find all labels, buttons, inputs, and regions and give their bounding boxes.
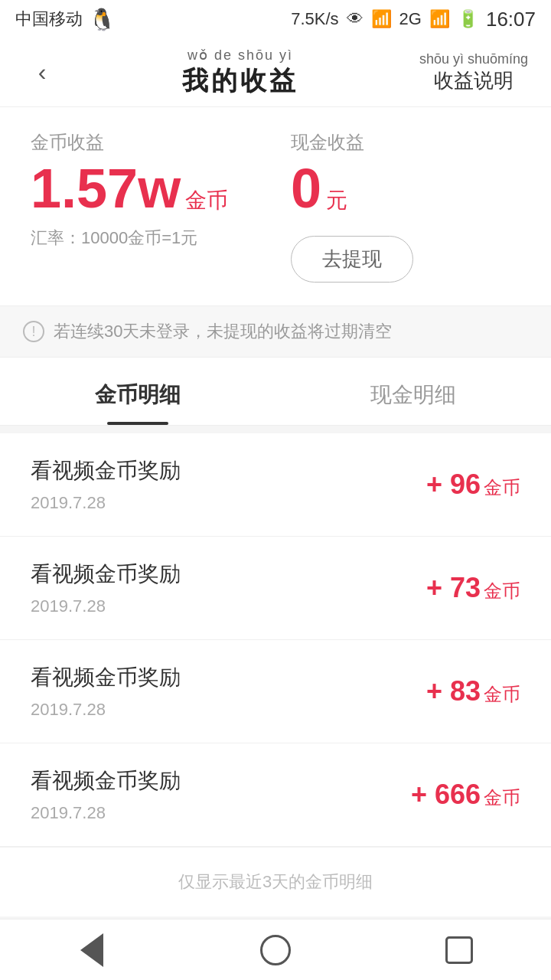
tab-coin-label: 金币明细	[95, 383, 181, 407]
footer-note-text: 仅显示最近3天的金币明细	[178, 872, 373, 891]
tab-bar: 金币明细 现金明细	[0, 358, 551, 426]
withdraw-button[interactable]: 去提现	[291, 236, 413, 283]
table-row: 看视频金币奖励 2019.7.28 + 83 金币	[0, 640, 551, 743]
nav-home-button[interactable]	[253, 927, 298, 973]
coin-unit: 金币	[185, 186, 228, 215]
coin-amount-row: 1.57w 金币	[31, 161, 228, 216]
coin-income-col: 金币收益 1.57w 金币 汇率：10000金币=1元	[31, 130, 260, 250]
tab-cash-detail[interactable]: 现金明细	[276, 358, 551, 425]
coin-income-label: 金币收益	[31, 130, 104, 155]
nav-title: wǒ de shōu yì 我的收益	[182, 47, 298, 99]
tx-unit-3: 金币	[484, 786, 520, 810]
tx-title-0: 看视频金币奖励	[31, 456, 181, 485]
battery-icon: 🔋	[458, 9, 478, 29]
summary-section: 金币收益 1.57w 金币 汇率：10000金币=1元 现金收益 0 元 去提现	[0, 107, 551, 305]
nav-right-button[interactable]: shōu yì shuōmíng 收益说明	[419, 51, 528, 94]
nav-recent-icon	[445, 936, 473, 964]
eye-icon: 👁	[347, 9, 364, 29]
cash-income-col: 现金收益 0 元 去提现	[260, 130, 520, 283]
tx-title-1: 看视频金币奖励	[31, 560, 181, 589]
tx-left-0: 看视频金币奖励 2019.7.28	[31, 456, 181, 513]
tx-unit-0: 金币	[484, 475, 520, 500]
tx-amount-0: + 96 金币	[426, 469, 520, 501]
nav-back-button[interactable]	[69, 927, 115, 973]
tx-value-3: + 666	[411, 779, 481, 811]
nav-right-pinyin: shōu yì shuōmíng	[419, 51, 528, 67]
status-right: 7.5K/s 👁 📶 2G 📶 🔋 16:07	[291, 8, 536, 31]
tx-date-1: 2019.7.28	[31, 596, 181, 616]
table-row: 看视频金币奖励 2019.7.28 + 73 金币	[0, 537, 551, 640]
nav-title-pinyin: wǒ de shōu yì	[187, 47, 293, 64]
tx-unit-2: 金币	[484, 682, 520, 707]
wifi-icon: 📶	[371, 9, 392, 29]
nav-back-icon	[80, 933, 103, 967]
tab-cash-label: 现金明细	[370, 383, 456, 407]
back-button[interactable]: ‹	[23, 54, 61, 92]
cash-amount-row: 0 元	[291, 161, 347, 216]
signal-26: 2G	[399, 9, 422, 29]
cash-income-label: 现金收益	[291, 130, 364, 155]
tx-amount-2: + 83 金币	[426, 675, 520, 707]
nav-home-icon	[260, 935, 291, 965]
table-row: 看视频金币奖励 2019.7.28 + 96 金币	[0, 433, 551, 537]
status-carrier: 中国移动 🐧	[15, 7, 116, 32]
qq-icon: 🐧	[89, 7, 116, 32]
warning-icon: !	[23, 321, 44, 342]
carrier-text: 中国移动	[15, 8, 83, 31]
tx-date-0: 2019.7.28	[31, 493, 181, 513]
network-speed: 7.5K/s	[291, 9, 338, 29]
tx-value-0: + 96	[426, 469, 481, 501]
cash-amount-value: 0	[291, 161, 321, 216]
back-icon: ‹	[38, 58, 47, 87]
transaction-list: 看视频金币奖励 2019.7.28 + 96 金币 看视频金币奖励 2019.7…	[0, 433, 551, 916]
nav-right-chinese: 收益说明	[434, 67, 514, 94]
nav-recent-button[interactable]	[436, 927, 482, 973]
system-nav-bar	[0, 919, 551, 980]
top-nav: ‹ wǒ de shōu yì 我的收益 shōu yì shuōmíng 收益…	[0, 38, 551, 107]
tx-left-3: 看视频金币奖励 2019.7.28	[31, 766, 181, 823]
tx-amount-3: + 666 金币	[411, 779, 520, 811]
tx-date-2: 2019.7.28	[31, 700, 181, 720]
cash-unit: 元	[326, 186, 347, 215]
tx-amount-1: + 73 金币	[426, 572, 520, 604]
tx-date-3: 2019.7.28	[31, 803, 181, 823]
tx-title-2: 看视频金币奖励	[31, 663, 181, 692]
warning-text: 若连续30天未登录，未提现的收益将过期清空	[54, 320, 392, 343]
tab-coin-detail[interactable]: 金币明细	[0, 358, 276, 425]
tx-left-1: 看视频金币奖励 2019.7.28	[31, 560, 181, 616]
nav-title-chinese: 我的收益	[182, 64, 298, 99]
status-bar: 中国移动 🐧 7.5K/s 👁 📶 2G 📶 🔋 16:07	[0, 0, 551, 38]
footer-note: 仅显示最近3天的金币明细	[0, 847, 551, 916]
tx-title-3: 看视频金币奖励	[31, 766, 181, 795]
coin-amount-value: 1.57w	[31, 161, 181, 216]
tx-left-2: 看视频金币奖励 2019.7.28	[31, 663, 181, 720]
table-row: 看视频金币奖励 2019.7.28 + 666 金币	[0, 743, 551, 847]
summary-labels-row: 金币收益 1.57w 金币 汇率：10000金币=1元 现金收益 0 元 去提现	[31, 130, 520, 283]
tx-unit-1: 金币	[484, 579, 520, 603]
status-time: 16:07	[486, 8, 536, 31]
tx-value-2: + 83	[426, 675, 481, 707]
signal-bars: 📶	[429, 9, 450, 29]
exchange-rate: 汇率：10000金币=1元	[31, 227, 197, 250]
warning-bar: ! 若连续30天未登录，未提现的收益将过期清空	[0, 305, 551, 358]
tx-value-1: + 73	[426, 572, 481, 604]
